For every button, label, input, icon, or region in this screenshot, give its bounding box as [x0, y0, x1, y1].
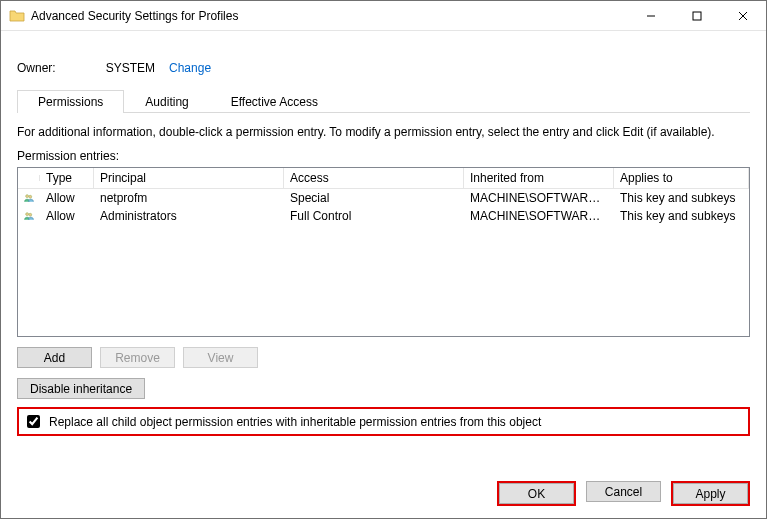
- replace-checkbox[interactable]: [27, 415, 40, 428]
- cell-access: Full Control: [284, 207, 464, 225]
- titlebar: Advanced Security Settings for Profiles: [1, 1, 766, 31]
- cell-principal: Administrators: [94, 207, 284, 225]
- grid-header: Type Principal Access Inherited from App…: [18, 168, 749, 189]
- col-type[interactable]: Type: [40, 168, 94, 188]
- change-owner-link[interactable]: Change: [169, 61, 211, 75]
- tab-permissions[interactable]: Permissions: [17, 90, 124, 113]
- col-inherited[interactable]: Inherited from: [464, 168, 614, 188]
- replace-checkbox-row[interactable]: Replace all child object permission entr…: [17, 407, 750, 436]
- remove-button: Remove: [100, 347, 175, 368]
- ok-button[interactable]: OK: [499, 483, 574, 504]
- apply-button[interactable]: Apply: [673, 483, 748, 504]
- cell-applies: This key and subkeys: [614, 207, 749, 225]
- tabstrip: Permissions Auditing Effective Access: [17, 89, 750, 113]
- add-button[interactable]: Add: [17, 347, 92, 368]
- users-icon: [18, 189, 40, 207]
- window: Advanced Security Settings for Profiles …: [0, 0, 767, 519]
- svg-rect-1: [693, 12, 701, 20]
- col-applies[interactable]: Applies to: [614, 168, 749, 188]
- view-button: View: [183, 347, 258, 368]
- content: Owner: SYSTEM Change Permissions Auditin…: [1, 31, 766, 469]
- tab-effective-access[interactable]: Effective Access: [210, 90, 339, 113]
- svg-point-4: [26, 195, 29, 198]
- window-buttons: [628, 1, 766, 30]
- owner-row: Owner: SYSTEM Change: [17, 61, 750, 75]
- col-principal[interactable]: Principal: [94, 168, 284, 188]
- permission-grid[interactable]: Type Principal Access Inherited from App…: [17, 167, 750, 337]
- col-access[interactable]: Access: [284, 168, 464, 188]
- svg-point-6: [26, 213, 29, 216]
- close-button[interactable]: [720, 1, 766, 30]
- svg-point-5: [29, 195, 32, 198]
- replace-label: Replace all child object permission entr…: [49, 415, 541, 429]
- cell-inherited: MACHINE\SOFTWARE…: [464, 207, 614, 225]
- window-title: Advanced Security Settings for Profiles: [31, 9, 628, 23]
- svg-point-7: [29, 213, 32, 216]
- entry-buttons: Add Remove View: [17, 347, 750, 368]
- cell-type: Allow: [40, 207, 94, 225]
- cancel-button[interactable]: Cancel: [586, 481, 661, 502]
- owner-label: Owner:: [17, 61, 56, 75]
- tab-auditing[interactable]: Auditing: [124, 90, 209, 113]
- entries-label: Permission entries:: [17, 149, 750, 163]
- cell-access: Special: [284, 189, 464, 207]
- dialog-footer: OK Cancel Apply: [1, 469, 766, 518]
- minimize-button[interactable]: [628, 1, 674, 30]
- owner-value: SYSTEM: [106, 61, 155, 75]
- table-row[interactable]: Allow Administrators Full Control MACHIN…: [18, 207, 749, 225]
- cell-principal: netprofm: [94, 189, 284, 207]
- maximize-button[interactable]: [674, 1, 720, 30]
- cell-type: Allow: [40, 189, 94, 207]
- disable-inheritance-button[interactable]: Disable inheritance: [17, 378, 145, 399]
- cell-inherited: MACHINE\SOFTWARE…: [464, 189, 614, 207]
- inheritance-buttons: Disable inheritance: [17, 378, 750, 399]
- info-text: For additional information, double-click…: [17, 125, 750, 139]
- cell-applies: This key and subkeys: [614, 189, 749, 207]
- users-icon: [18, 207, 40, 225]
- table-row[interactable]: Allow netprofm Special MACHINE\SOFTWARE……: [18, 189, 749, 207]
- folder-icon: [9, 8, 25, 24]
